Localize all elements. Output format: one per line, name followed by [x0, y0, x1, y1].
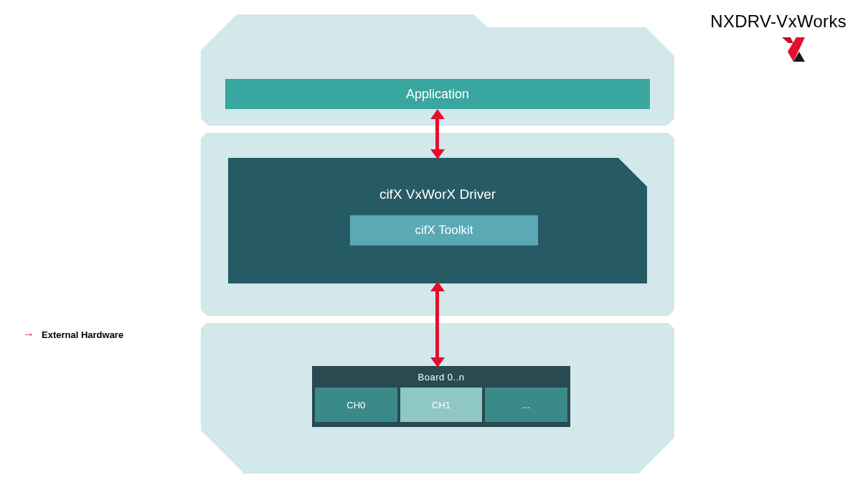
caption-text: External Hardware	[42, 329, 123, 340]
board-header: Board 0..n	[312, 366, 570, 388]
channel-row: CH0 CH1 ...	[312, 388, 570, 422]
double-arrow-driver-board-icon	[433, 281, 442, 367]
svg-marker-0	[782, 37, 793, 43]
driver-label: cifX VxWorX Driver	[228, 187, 647, 202]
double-arrow-app-driver-icon	[433, 109, 442, 159]
channel-ch1: CH1	[400, 388, 483, 422]
vxworks-logo-icon	[778, 34, 809, 66]
driver-block: cifX VxWorX Driver cifX Toolkit	[228, 158, 647, 283]
application-label: Application	[406, 87, 469, 102]
external-hardware-caption: → External Hardware	[23, 329, 123, 340]
toolkit-label: cifX Toolkit	[415, 223, 473, 238]
channel-ch0: CH0	[315, 388, 397, 422]
page-title: NXDRV-VxWorks	[710, 11, 846, 32]
diagram-canvas: NXDRV-VxWorks → External Hardware Applic…	[0, 0, 868, 488]
arrow-right-icon: →	[23, 329, 34, 340]
toolkit-block: cifX Toolkit	[350, 215, 538, 245]
application-block: Application	[225, 79, 650, 109]
stage: Application cifX VxWorX Driver cifX Tool…	[201, 14, 674, 474]
board-block: Board 0..n CH0 CH1 ...	[312, 366, 570, 427]
channel-more: ...	[485, 388, 567, 422]
